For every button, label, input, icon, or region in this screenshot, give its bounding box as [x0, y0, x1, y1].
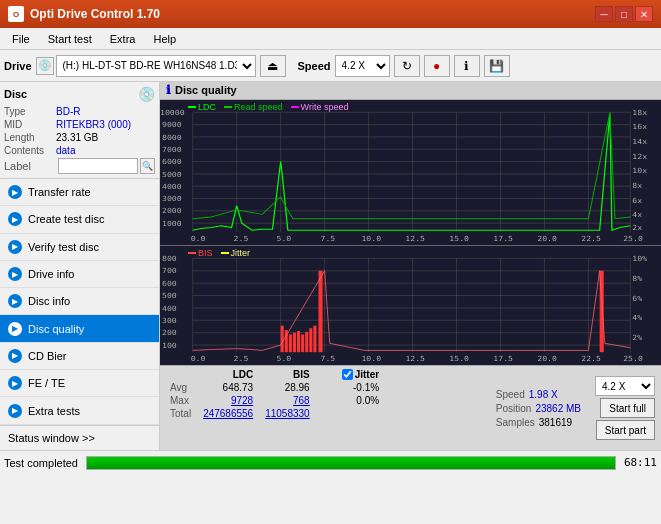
- svg-text:2%: 2%: [632, 333, 642, 341]
- extra-tests-label: Extra tests: [28, 405, 80, 417]
- transfer-rate-icon: ▶: [8, 185, 22, 199]
- menu-start-test[interactable]: Start test: [40, 31, 100, 47]
- avg-bis: 28.96: [259, 381, 316, 394]
- svg-text:5.0: 5.0: [277, 234, 292, 242]
- progress-bar: [87, 457, 615, 469]
- sidebar-item-transfer-rate[interactable]: ▶ Transfer rate: [0, 179, 159, 206]
- total-ldc[interactable]: 247686556: [197, 407, 259, 420]
- svg-text:12.5: 12.5: [405, 234, 425, 242]
- speed-select[interactable]: 4.2 X: [335, 55, 390, 77]
- max-label: Max: [164, 394, 197, 407]
- eject-button[interactable]: ⏏: [260, 55, 286, 77]
- time-display: 68:11: [624, 456, 657, 469]
- sidebar-item-disc-quality[interactable]: ▶ Disc quality: [0, 315, 159, 342]
- svg-text:1000: 1000: [162, 219, 182, 227]
- start-full-button[interactable]: Start full: [600, 398, 655, 418]
- max-ldc[interactable]: 9728: [197, 394, 259, 407]
- menu-extra[interactable]: Extra: [102, 31, 144, 47]
- sidebar-item-drive-info[interactable]: ▶ Drive info: [0, 261, 159, 288]
- svg-text:800: 800: [162, 254, 177, 262]
- samples-label: Samples: [496, 417, 535, 428]
- sidebar-item-cd-bier[interactable]: ▶ CD Bier: [0, 343, 159, 370]
- create-test-disc-icon: ▶: [8, 212, 22, 226]
- length-label: Length: [4, 132, 56, 143]
- refresh-button[interactable]: ↻: [394, 55, 420, 77]
- svg-text:9000: 9000: [162, 121, 182, 129]
- total-bis[interactable]: 11058330: [259, 407, 316, 420]
- main-content: ℹ Disc quality LDC Read speed Write spee…: [160, 82, 661, 450]
- test-speed-select[interactable]: 4.2 X: [595, 376, 655, 396]
- disc-image-icon: 💿: [138, 86, 155, 102]
- contents-value: data: [56, 145, 75, 156]
- svg-text:20.0: 20.0: [537, 234, 557, 242]
- sidebar-item-extra-tests[interactable]: ▶ Extra tests: [0, 397, 159, 424]
- svg-text:12.5: 12.5: [405, 354, 425, 362]
- svg-rect-104: [309, 328, 312, 352]
- svg-text:17.5: 17.5: [493, 234, 513, 242]
- legend-write: Write speed: [301, 102, 349, 112]
- disc-quality-icon: ▶: [8, 322, 22, 336]
- create-test-disc-label: Create test disc: [28, 213, 104, 225]
- svg-text:0.0: 0.0: [191, 354, 206, 362]
- verify-test-disc-icon: ▶: [8, 240, 22, 254]
- drive-toolbar: Drive 💿 (H:) HL-DT-ST BD-RE WH16NS48 1.D…: [0, 50, 661, 82]
- disc-info-label: Disc info: [28, 295, 70, 307]
- sidebar-item-disc-info[interactable]: ▶ Disc info: [0, 288, 159, 315]
- sidebar-item-create-test-disc[interactable]: ▶ Create test disc: [0, 206, 159, 233]
- svg-text:10x: 10x: [632, 166, 647, 174]
- svg-text:17.5: 17.5: [493, 354, 513, 362]
- verify-test-disc-label: Verify test disc: [28, 241, 99, 253]
- start-part-button[interactable]: Start part: [596, 420, 655, 440]
- maximize-button[interactable]: □: [615, 6, 633, 22]
- label-search-button[interactable]: 🔍: [140, 158, 155, 174]
- drive-select[interactable]: (H:) HL-DT-ST BD-RE WH16NS48 1.D3: [56, 55, 256, 77]
- type-label: Type: [4, 106, 56, 117]
- svg-rect-52: [160, 246, 661, 365]
- settings-button[interactable]: ●: [424, 55, 450, 77]
- avg-ldc: 648.73: [197, 381, 259, 394]
- total-label: Total: [164, 407, 197, 420]
- svg-text:5000: 5000: [162, 170, 182, 178]
- legend-ldc: LDC: [198, 102, 216, 112]
- menu-bar: File Start test Extra Help: [0, 28, 661, 50]
- drive-label: Drive: [4, 60, 32, 72]
- contents-label: Contents: [4, 145, 56, 156]
- svg-text:400: 400: [162, 304, 177, 312]
- svg-text:500: 500: [162, 292, 177, 300]
- save-button[interactable]: 💾: [484, 55, 510, 77]
- top-chart: LDC Read speed Write speed: [160, 100, 661, 246]
- max-bis[interactable]: 768: [259, 394, 316, 407]
- svg-text:4000: 4000: [162, 182, 182, 190]
- stats-table: LDC BIS Jitter Avg: [164, 368, 484, 448]
- status-window-button[interactable]: Status window >>: [0, 425, 159, 450]
- col-jitter-header: Jitter: [336, 368, 385, 381]
- title-bar: O Opti Drive Control 1.70 ─ □ ✕: [0, 0, 661, 28]
- sidebar-item-fe-te[interactable]: ▶ FE / TE: [0, 370, 159, 397]
- svg-text:25.0: 25.0: [623, 354, 643, 362]
- top-chart-legend: LDC Read speed Write speed: [188, 102, 348, 112]
- jitter-checkbox[interactable]: [342, 369, 353, 380]
- drive-info-icon: ▶: [8, 267, 22, 281]
- svg-rect-105: [313, 326, 316, 353]
- disc-quality-header-icon: ℹ: [166, 83, 171, 97]
- svg-text:12x: 12x: [632, 152, 647, 160]
- avg-label: Avg: [164, 381, 197, 394]
- menu-help[interactable]: Help: [145, 31, 184, 47]
- close-button[interactable]: ✕: [635, 6, 653, 22]
- sidebar: Disc 💿 Type BD-R MID RITEKBR3 (000) Leng…: [0, 82, 160, 450]
- menu-file[interactable]: File: [4, 31, 38, 47]
- svg-text:16x: 16x: [632, 122, 647, 130]
- disc-quality-label: Disc quality: [28, 323, 84, 335]
- top-chart-svg: 10000 9000 8000 7000 6000 5000 4000 3000…: [160, 100, 661, 245]
- disc-quality-header: ℹ Disc quality: [160, 82, 661, 100]
- app-icon: O: [8, 6, 24, 22]
- svg-rect-101: [297, 331, 300, 352]
- disc-label-input[interactable]: [58, 158, 138, 174]
- svg-rect-97: [281, 326, 284, 353]
- svg-text:300: 300: [162, 316, 177, 324]
- info-button[interactable]: ℹ: [454, 55, 480, 77]
- sidebar-item-verify-test-disc[interactable]: ▶ Verify test disc: [0, 234, 159, 261]
- col-ldc-header: LDC: [197, 368, 259, 381]
- svg-rect-103: [305, 332, 308, 352]
- minimize-button[interactable]: ─: [595, 6, 613, 22]
